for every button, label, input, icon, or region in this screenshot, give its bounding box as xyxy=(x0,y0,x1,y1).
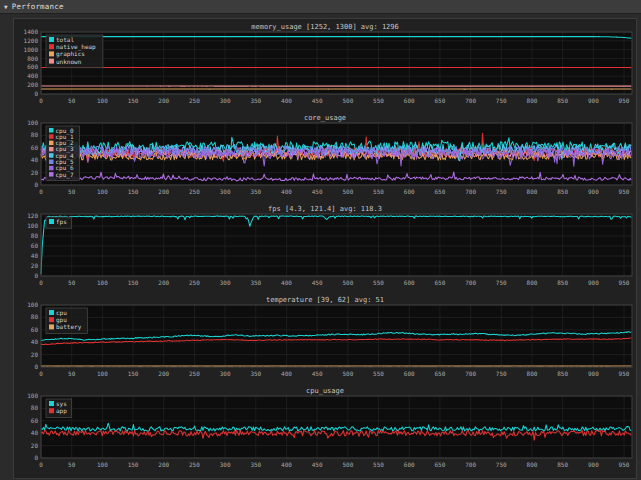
legend-item-unknown[interactable]: unknown xyxy=(56,58,82,65)
x-axis-tick-label: 650 xyxy=(434,97,445,104)
x-axis-tick-label: 350 xyxy=(250,188,261,195)
x-axis-tick-label: 150 xyxy=(128,97,139,104)
legend-swatch-cpu_6 xyxy=(49,166,54,171)
x-axis-tick-label: 750 xyxy=(496,370,507,377)
x-axis-tick-label: 650 xyxy=(434,279,445,286)
y-axis-tick-label: 60 xyxy=(31,242,39,249)
y-axis-tick-label: 60 xyxy=(31,417,39,424)
x-axis-tick-label: 350 xyxy=(250,97,261,104)
x-axis-tick-label: 700 xyxy=(465,370,476,377)
collapse-triangle-icon[interactable]: ▼ xyxy=(4,3,8,10)
x-axis-tick-label: 450 xyxy=(312,461,323,468)
y-axis-tick-label: 0 xyxy=(34,181,38,188)
x-axis-tick-label: 150 xyxy=(128,188,139,195)
x-axis-tick-label: 850 xyxy=(557,279,568,286)
y-axis-tick-label: 0 xyxy=(34,363,38,370)
y-axis-tick-label: 0 xyxy=(34,90,38,97)
x-axis-tick-label: 500 xyxy=(342,461,353,468)
x-axis-tick-label: 600 xyxy=(404,188,415,195)
x-axis-tick-label: 600 xyxy=(404,97,415,104)
x-axis-tick-label: 400 xyxy=(281,279,292,286)
plot-background xyxy=(41,396,632,458)
x-axis-tick-label: 850 xyxy=(557,97,568,104)
legend-swatch-cpu_7 xyxy=(49,172,54,177)
chart-svg-core_usage: core_usage020406080100050100150200250300… xyxy=(14,112,636,198)
plot-background xyxy=(41,32,632,94)
y-axis-tick-label: 80 xyxy=(31,404,39,411)
x-axis-tick-label: 200 xyxy=(158,279,169,286)
charts-container: memory_usage [1252, 1300] avg: 129602004… xyxy=(14,21,636,475)
y-axis-tick-label: 80 xyxy=(31,131,39,138)
x-axis-tick-label: 100 xyxy=(97,279,108,286)
x-axis-tick-label: 0 xyxy=(39,97,43,104)
x-axis-tick-label: 850 xyxy=(557,188,568,195)
x-axis-tick-label: 800 xyxy=(527,188,538,195)
x-axis-tick-label: 550 xyxy=(373,279,384,286)
legend-swatch-cpu xyxy=(49,310,54,315)
legend-swatch-fps xyxy=(49,219,54,224)
chart-svg-cpu_usage: cpu_usage0204060801000501001502002503003… xyxy=(14,385,636,471)
y-axis-tick-label: 80 xyxy=(31,313,39,320)
legend-item-total[interactable]: total xyxy=(56,36,74,43)
legend-swatch-cpu_0 xyxy=(49,128,54,133)
x-axis-tick-label: 900 xyxy=(588,279,599,286)
x-axis-tick-label: 500 xyxy=(342,370,353,377)
x-axis-tick-label: 100 xyxy=(97,188,108,195)
y-axis-tick-label: 20 xyxy=(31,262,39,269)
legend-swatch-sys xyxy=(49,401,54,406)
x-axis-tick-label: 200 xyxy=(158,461,169,468)
chart-temperature: temperature [39, 62] avg: 51020406080100… xyxy=(14,294,636,384)
x-axis-tick-label: 250 xyxy=(189,188,200,195)
x-axis-tick-label: 750 xyxy=(496,188,507,195)
x-axis-tick-label: 250 xyxy=(189,279,200,286)
x-axis-tick-label: 550 xyxy=(373,97,384,104)
legend-swatch-cpu_1 xyxy=(49,134,54,139)
y-axis-tick-label: 40 xyxy=(31,429,39,436)
x-axis-tick-label: 350 xyxy=(250,461,261,468)
x-axis-tick-label: 50 xyxy=(68,188,76,195)
x-axis-tick-label: 950 xyxy=(619,279,630,286)
legend-swatch-app xyxy=(49,408,54,413)
x-axis-tick-label: 850 xyxy=(557,461,568,468)
y-axis-tick-label: 400 xyxy=(27,72,38,79)
x-axis-tick-label: 550 xyxy=(373,188,384,195)
x-axis-tick-label: 300 xyxy=(220,188,231,195)
x-axis-tick-label: 600 xyxy=(404,461,415,468)
performance-section-label: Performance xyxy=(12,2,64,11)
x-axis-tick-label: 50 xyxy=(68,370,76,377)
performance-section-header[interactable]: ▼ Performance xyxy=(0,0,641,14)
chart-fps: fps [4.3, 121.4] avg: 118.30204060801001… xyxy=(14,203,636,293)
x-axis-tick-label: 550 xyxy=(373,370,384,377)
x-axis-tick-label: 450 xyxy=(312,97,323,104)
x-axis-tick-label: 600 xyxy=(404,279,415,286)
y-axis-tick-label: 1000 xyxy=(24,46,39,53)
x-axis-tick-label: 0 xyxy=(39,279,43,286)
legend-item-battery[interactable]: battery xyxy=(56,323,82,331)
x-axis-tick-label: 650 xyxy=(434,370,445,377)
plot-background xyxy=(41,305,632,367)
legend: totalnative_heapgraphicsunknown xyxy=(46,35,103,68)
legend-swatch-cpu_4 xyxy=(49,153,54,158)
y-axis-tick-label: 60 xyxy=(31,144,39,151)
y-axis-tick-label: 600 xyxy=(27,63,38,70)
legend-swatch-graphics xyxy=(49,51,54,56)
plot-background xyxy=(41,214,632,276)
legend-item-app[interactable]: app xyxy=(56,407,67,415)
chart-title: cpu_usage xyxy=(306,387,344,395)
x-axis-tick-label: 700 xyxy=(465,279,476,286)
y-axis-tick-label: 1200 xyxy=(24,37,39,44)
x-axis-tick-label: 150 xyxy=(128,461,139,468)
x-axis-tick-label: 600 xyxy=(404,370,415,377)
y-axis-tick-label: 40 xyxy=(31,156,39,163)
x-axis-tick-label: 0 xyxy=(39,370,43,377)
x-axis-tick-label: 850 xyxy=(557,370,568,377)
x-axis-tick-label: 700 xyxy=(465,461,476,468)
x-axis-tick-label: 450 xyxy=(312,279,323,286)
x-axis-tick-label: 200 xyxy=(158,97,169,104)
x-axis-tick-label: 400 xyxy=(281,461,292,468)
y-axis-tick-label: 1400 xyxy=(24,28,39,35)
legend-item-cpu_7[interactable]: cpu_7 xyxy=(56,171,74,179)
legend-swatch-cpu_5 xyxy=(49,160,54,165)
y-axis-tick-label: 100 xyxy=(27,392,38,399)
legend-item-fps[interactable]: fps xyxy=(56,218,67,226)
